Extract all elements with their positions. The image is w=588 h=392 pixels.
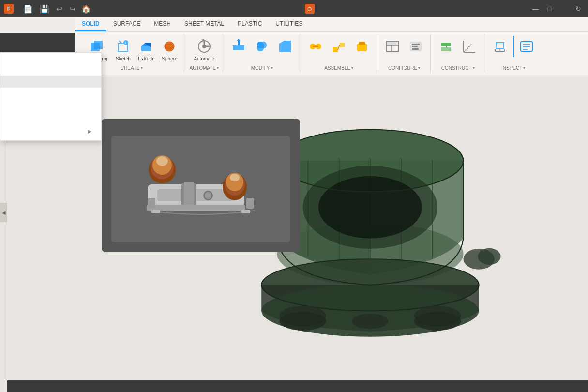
configure-label: CONFIGURE [388,65,417,71]
create-sketch-button[interactable]: + Sketch [112,36,134,63]
svg-rect-51 [521,42,532,51]
dropdown-render[interactable] [0,76,101,88]
tab-group: 📄 💾 ↩ ↪ 🏠 [20,2,93,15]
dropdown-design[interactable] [0,53,101,64]
tab-mesh[interactable]: MESH [147,17,178,31]
extrude-icon [138,39,154,54]
svg-marker-19 [237,39,241,41]
measure-icon [492,39,508,54]
inspect-button[interactable] [513,36,537,57]
automate-arrow-icon: ▾ [217,66,219,70]
inspect-label: INSPECT [501,65,522,71]
as-built-button[interactable] [328,36,349,57]
table-icon [385,39,400,54]
svg-marker-22 [279,41,291,52]
ribbon-tabs: SOLID SURFACE MESH SHEET METAL PLASTIC U… [75,17,588,32]
home-button[interactable]: 🏠 [79,2,93,15]
inspect-arrow-icon: ▾ [523,66,525,70]
tab-plastic[interactable]: PLASTIC [231,17,269,31]
svg-rect-73 [151,210,160,213]
automate-button[interactable]: Automate [192,36,216,63]
automate-icon [196,38,213,55]
rigid-button[interactable] [351,36,373,57]
tooltip-image [111,136,290,242]
title-bar-right: — □ ↻ [530,3,584,15]
render-tooltip [102,119,300,252]
fillet-button[interactable] [251,36,272,57]
extrude-button[interactable]: Extrude [136,36,157,63]
sphere-button[interactable]: Sphere [159,36,180,63]
construct-group: CONSTRUCT ▾ [432,34,484,73]
svg-rect-72 [246,198,254,209]
refresh-button[interactable]: ↻ [573,3,584,15]
assemble-group: ASSEMBLE ▾ [301,34,377,73]
chamfer-button[interactable] [274,36,296,57]
sidebar-toggle[interactable]: ◀ [0,203,7,222]
measure-button[interactable] [489,36,511,57]
svg-rect-1 [94,41,103,49]
press-pull-button[interactable] [228,36,249,57]
title-bar-center: ⬡ [305,4,318,14]
svg-point-87 [280,312,326,331]
assemble-label: ASSEMBLE [324,65,350,71]
construct-label: CONSTRUCT [441,65,472,71]
config-button[interactable] [405,36,426,57]
maximize-button[interactable]: □ [543,3,555,15]
tab-solid[interactable]: SOLID [75,17,106,31]
title-bar: F 📄 💾 ↩ ↪ 🏠 ⬡ — □ ↻ [0,0,588,17]
svg-rect-50 [496,43,504,48]
app-icon: F [4,4,14,14]
svg-point-70 [230,174,240,181]
svg-rect-6 [141,46,151,51]
svg-rect-66 [147,205,245,211]
svg-rect-71 [148,198,155,209]
new-file-button[interactable]: 📄 [20,3,36,15]
offset-plane-icon [438,39,454,54]
undo-button[interactable]: ↩ [53,3,65,15]
svg-line-29 [338,45,340,50]
svg-point-26 [315,45,317,47]
svg-point-15 [202,45,206,48]
svg-rect-35 [387,42,398,45]
joint-icon [308,39,323,54]
tab-utilities[interactable]: UTILITIES [269,17,309,31]
svg-rect-31 [359,42,365,45]
construct-button[interactable] [459,36,480,57]
joint-button[interactable] [305,36,326,57]
redo-button[interactable]: ↪ [66,3,78,15]
offset-plane-button[interactable] [436,36,457,57]
design-workspace-button[interactable] [0,33,75,52]
minimize-button[interactable]: — [530,3,542,15]
config-icon [408,39,423,54]
construct-icon [462,39,477,54]
table-button[interactable] [382,36,403,57]
svg-rect-39 [412,48,419,50]
assemble-arrow-icon: ▾ [351,66,353,70]
create-label: CREATE [121,65,140,71]
inspect-group: INSPECT ▾ [485,34,541,73]
workspace-dropdown: ▶ [0,52,102,141]
svg-point-89 [414,312,461,331]
dropdown-manufacture[interactable] [0,111,101,122]
svg-rect-62 [184,182,194,209]
drawing-submenu-icon: ▶ [88,128,91,135]
svg-point-69 [156,156,168,166]
svg-rect-17 [233,45,244,50]
save-button[interactable]: 💾 [37,3,52,15]
dropdown-animation[interactable] [0,88,101,99]
inspect-icon [519,39,534,54]
tab-surface[interactable]: SURFACE [106,17,148,31]
dropdown-simulation[interactable] [0,99,101,111]
dropdown-drawing[interactable]: ▶ [0,122,101,140]
create-arrow-icon: ▾ [141,66,143,70]
automate-label: AUTOMATE [189,65,216,71]
tab-sheet-metal[interactable]: SHEET METAL [178,17,231,31]
modify-arrow-icon: ▾ [271,66,273,70]
svg-point-94 [318,176,422,238]
svg-rect-27 [333,47,338,52]
ribbon: SOLID SURFACE MESH SHEET METAL PLASTIC U… [75,17,588,75]
close-button[interactable] [557,3,569,15]
svg-rect-40 [441,47,451,51]
ribbon-content: New Comp + Sketch [75,32,588,75]
dropdown-generative-design[interactable] [0,64,101,76]
